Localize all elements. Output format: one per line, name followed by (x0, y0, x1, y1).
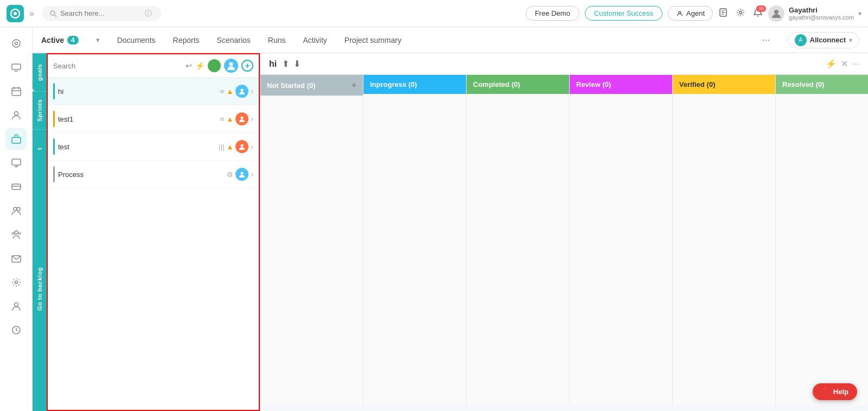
document-icon[interactable] (718, 8, 728, 20)
search-icon (49, 10, 57, 17)
sidebar-icon-monitor[interactable] (5, 152, 27, 174)
settings-icon[interactable] (736, 8, 745, 20)
svg-rect-16 (12, 88, 21, 96)
green-dot (208, 59, 221, 72)
sidebar-icon-briefcase[interactable] (5, 128, 27, 150)
svg-rect-21 (12, 137, 21, 143)
column-header-resolved[interactable]: Resolved (0) (776, 75, 868, 94)
user-dropdown-icon[interactable]: ▾ (858, 10, 861, 17)
agent-icon (676, 10, 684, 17)
sprint-name-process: Process (58, 170, 224, 179)
search-input[interactable] (60, 9, 142, 17)
column-header-inprogress[interactable]: Inprogress (0) (363, 75, 466, 94)
sprint-item-test[interactable]: test ||| ▲ › (48, 133, 259, 161)
column-header-verified[interactable]: Verified (0) (673, 75, 775, 94)
board-close-icon[interactable]: ✕ (841, 59, 848, 69)
sidebar-icon-user2[interactable] (5, 295, 27, 317)
column-inprogress: Inprogress (0) (363, 75, 467, 404)
sprint-color-bar (53, 166, 55, 182)
add-sprint-button[interactable]: + (241, 60, 253, 72)
svg-point-27 (14, 207, 17, 211)
filter-icon[interactable]: ⚡ (195, 61, 205, 70)
upload-icon[interactable]: ⬆ (282, 59, 289, 69)
sprint-user-chip-test1 (235, 112, 248, 125)
sidebar-icon-person[interactable] (5, 104, 27, 126)
board-more-icon[interactable]: ··· (852, 59, 859, 69)
column-header-review[interactable]: Review (0) (570, 75, 672, 94)
svg-point-34 (14, 303, 18, 307)
column-header-not-started[interactable]: Not Started (0) + (260, 75, 363, 96)
search-box: ⓘ (42, 6, 161, 21)
svg-point-37 (241, 89, 244, 92)
tab-project-summary[interactable]: Project summary (344, 36, 401, 45)
sidebar-icon-card[interactable] (5, 176, 27, 198)
tab-documents[interactable]: Documents (117, 36, 156, 45)
user-menu[interactable]: Gayathri gayathri@snovasys.com ▾ (768, 5, 861, 22)
download-icon[interactable]: ⬇ (293, 59, 301, 69)
active-filter[interactable]: Active 4 (41, 36, 79, 45)
column-label-inprogress: Inprogress (0) (370, 80, 417, 88)
sidebar-icon-settings[interactable] (5, 271, 27, 293)
tab-reports[interactable]: Reports (173, 36, 200, 45)
board-filter-icons: ⚡ ✕ ··· (826, 59, 859, 69)
sidebar-icon-team[interactable] (5, 224, 27, 245)
vtab-sprints[interactable]: Sprints (33, 91, 47, 129)
board-filter-icon[interactable]: ⚡ (826, 59, 837, 69)
expand-icon[interactable]: » (29, 9, 34, 18)
warning-icon-test: ▲ (226, 143, 233, 151)
sprint-item-process[interactable]: Process ⚙ › (48, 161, 259, 188)
active-dropdown-icon[interactable]: ▾ (96, 36, 100, 44)
vtab-t[interactable]: t (33, 129, 47, 167)
vtab-goals[interactable]: goals (33, 53, 47, 91)
sprint-color-bar (53, 111, 55, 127)
tab-runs[interactable]: Runs (268, 36, 286, 45)
column-label-not-started: Not Started (0) (267, 81, 316, 90)
sprint-search-input[interactable] (53, 62, 182, 70)
info-icon[interactable]: ⓘ (145, 9, 152, 18)
avatar (768, 5, 784, 22)
sprint-panel: goals Sprints t Go to backlog ↩ ⚡ (33, 53, 260, 411)
free-demo-button[interactable]: Free Demo (526, 6, 579, 21)
sidebar-icon-calendar[interactable] (5, 80, 27, 102)
tab-activity[interactable]: Activity (303, 36, 327, 45)
notifications-icon[interactable]: 35 (753, 8, 763, 20)
svg-point-28 (17, 207, 20, 211)
sidebar-icon-group[interactable] (5, 200, 27, 222)
board-title: hi (269, 59, 277, 69)
sprint-list: ↩ ⚡ + hi ≡ (47, 53, 260, 411)
tab-scenarios[interactable]: Scenarios (217, 36, 251, 45)
svg-point-33 (15, 281, 17, 284)
sidebar-icon-mail[interactable] (5, 248, 27, 269)
column-completed: Completed (0) (467, 75, 570, 404)
column-add-not-started[interactable]: + (352, 80, 356, 90)
help-button[interactable]: ❓ Help (813, 383, 857, 400)
undo-icon[interactable]: ↩ (186, 61, 192, 70)
sidebar-icon-analytics[interactable] (5, 33, 27, 54)
svg-point-31 (18, 232, 21, 235)
customer-success-button[interactable]: Customer Success (585, 6, 662, 21)
list-icon-test1: ≡ (220, 115, 225, 123)
sprint-icons-test: ||| ▲ › (219, 140, 253, 153)
workspace-selector[interactable]: A Allconnect ▾ (788, 32, 859, 48)
column-resolved: Resolved (0) (776, 75, 868, 404)
workspace-chevron-icon: ▾ (849, 36, 852, 44)
notification-badge: 35 (756, 5, 766, 12)
column-label-review: Review (0) (576, 80, 611, 88)
column-label-completed: Completed (0) (473, 80, 520, 88)
vtab-backlog[interactable]: Go to backlog (33, 167, 47, 411)
subnav-more-dots[interactable]: ··· (762, 34, 770, 46)
svg-point-36 (229, 62, 233, 66)
svg-point-12 (12, 40, 20, 47)
svg-rect-25 (12, 184, 21, 189)
sprint-item-test1[interactable]: test1 ≡ ▲ › (48, 105, 259, 133)
svg-rect-14 (12, 64, 21, 69)
sprint-item-hi[interactable]: hi ≡ ▲ › (48, 78, 259, 105)
agent-button[interactable]: Agent (668, 6, 713, 21)
sub-nav: Active 4 ▾ Documents Reports Scenarios R… (33, 27, 868, 53)
sidebar-icon-tv[interactable] (5, 56, 27, 78)
sidebar-icon-history[interactable] (5, 319, 27, 341)
warning-icon-hi: ▲ (226, 87, 233, 96)
column-header-completed[interactable]: Completed (0) (467, 75, 569, 94)
column-body-not-started (260, 96, 363, 404)
app-logo (7, 5, 24, 22)
